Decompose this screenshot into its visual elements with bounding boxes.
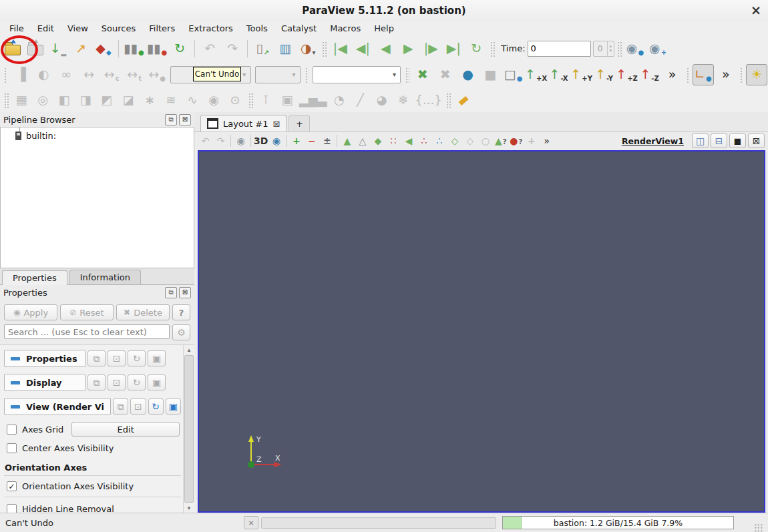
select-cells-on-button[interactable]: ▲	[339, 133, 355, 149]
maximize-view-button[interactable]: ◼	[729, 134, 746, 148]
undo-button[interactable]: ↶	[199, 38, 220, 59]
layout-tab[interactable]: Layout #1 ⊠	[200, 115, 286, 131]
close-view-button[interactable]: ⊠	[748, 134, 765, 148]
pipeline-float-button[interactable]: ⧉	[165, 114, 177, 125]
plot-over-line-button[interactable]: ╱	[351, 90, 371, 110]
search-input[interactable]	[4, 324, 170, 339]
rescale-visible-range-button[interactable]: ↔●	[146, 64, 168, 85]
set-view-plus-z-button[interactable]: ↑+Z	[616, 64, 638, 85]
next-frame-button[interactable]: |▶	[420, 38, 441, 59]
toggle-selection-button[interactable]: ±	[319, 133, 335, 149]
plot-selection-over-time-button[interactable]: ◕	[372, 90, 392, 110]
histogram-button[interactable]: ▂▅▃	[299, 90, 328, 110]
time-value-input[interactable]	[528, 41, 591, 57]
reset-session-button[interactable]: ↻	[169, 38, 190, 59]
reload-section-button[interactable]: ↻	[128, 350, 146, 366]
zoom-closest-to-data-button[interactable]: ■	[480, 64, 502, 85]
glyph-filter-button[interactable]: ∗	[140, 90, 160, 110]
menu-file[interactable]: File	[3, 23, 31, 34]
reset-camera-button[interactable]: ✖	[412, 64, 433, 85]
paste-section-button[interactable]: ⊡	[108, 350, 126, 366]
disconnect-server-button[interactable]: ▮▮●	[146, 38, 168, 59]
interactive-select-points-button[interactable]: ∴	[416, 133, 431, 149]
load-state-button[interactable]: ▯↗	[252, 38, 273, 59]
axes-grid-edit-button[interactable]: Edit	[71, 422, 180, 437]
section-header-button[interactable]: Display	[4, 374, 85, 391]
orientation-axes-toggle-button[interactable]: ∟●	[693, 64, 714, 85]
loop-button[interactable]: ↻	[465, 38, 487, 59]
render-toolbar-extension-button[interactable]: »	[539, 133, 554, 149]
reset-camera-closest-button[interactable]: ●	[457, 64, 479, 85]
save-section-button[interactable]: ▣	[148, 374, 166, 390]
hover-points-button[interactable]: ∴	[431, 133, 447, 149]
menu-catalyst[interactable]: Catalyst	[274, 23, 323, 34]
orientation-axes-checkbox[interactable]: ✓	[7, 481, 17, 491]
edit-color-map-button[interactable]: ▥	[274, 38, 296, 59]
set-view-plus-y-button[interactable]: ↑+Y	[571, 64, 592, 85]
python-annotation-button[interactable]: {...}	[415, 90, 443, 110]
menu-view[interactable]: View	[61, 23, 95, 34]
camera-add-button[interactable]: ◉+	[647, 38, 668, 59]
group-datasets-filter-button[interactable]: ◉	[204, 90, 224, 110]
camera-toolbar-extension-button[interactable]: »	[662, 64, 683, 85]
render-viewport[interactable]: Y X Z	[198, 150, 765, 513]
query-cells-button[interactable]: ▲?	[493, 133, 508, 149]
search-options-button[interactable]: ⚙	[172, 324, 190, 340]
menu-help[interactable]: Help	[367, 23, 401, 34]
ruler-measure-button[interactable]: ▬	[453, 90, 473, 110]
zoom-to-box-render-button[interactable]: ◉	[268, 133, 284, 149]
menu-tools[interactable]: Tools	[240, 23, 274, 34]
color-palette-dart-button[interactable]: ◆◆	[93, 38, 114, 59]
hover-cells-button[interactable]: ◇	[447, 133, 462, 149]
layout-tab-close-button[interactable]: ⊠	[273, 119, 280, 129]
scroll-up-icon[interactable]: ▴	[188, 346, 191, 354]
open-button[interactable]	[2, 38, 23, 59]
extract-level-filter-button[interactable]: ⊙	[225, 90, 245, 110]
rescale-custom-range-button[interactable]: ↔c	[101, 64, 122, 85]
set-view-minus-x-button[interactable]: ↑-X	[548, 64, 570, 85]
split-vertical-button[interactable]: ⊟	[711, 134, 727, 148]
menu-edit[interactable]: Edit	[31, 23, 61, 34]
probe-location-button[interactable]: ⊺	[256, 90, 276, 110]
copy-section-button[interactable]: ⧉	[113, 398, 128, 415]
split-horizontal-button[interactable]: ◫	[692, 134, 709, 148]
set-view-minus-z-button[interactable]: ↑-Z	[639, 64, 660, 85]
previous-frame-button[interactable]: ◀|	[352, 38, 373, 59]
save-section-button[interactable]: ▣	[166, 398, 181, 415]
extract-selection-button[interactable]: ▣	[277, 90, 297, 110]
menu-extractors[interactable]: Extractors	[182, 23, 240, 34]
contour-filter-button[interactable]: ◎	[33, 90, 53, 110]
rescale-temporal-range-button[interactable]: ↔t	[124, 64, 145, 85]
time-index-spinbox[interactable]: 0▴▾	[593, 41, 615, 57]
resize-grip[interactable]	[754, 523, 763, 532]
first-frame-button[interactable]: |◀	[329, 38, 351, 59]
choose-palette-button[interactable]: ◑▾	[297, 38, 319, 59]
play-backward-button[interactable]: ◀	[375, 38, 396, 59]
add-layout-tab-button[interactable]: +	[289, 115, 310, 131]
toggle-color-legend-button[interactable]: ▐	[10, 64, 31, 85]
stream-tracer-filter-button[interactable]: ≋	[161, 90, 181, 110]
rescale-to-data-range-button[interactable]: ↔	[78, 64, 100, 85]
paste-section-button[interactable]: ⊡	[130, 398, 146, 415]
reset-button[interactable]: ⊘ Reset	[60, 304, 114, 320]
apply-button[interactable]: ◉ Apply	[4, 304, 57, 320]
hidden-line-checkbox[interactable]	[7, 504, 17, 513]
camera-redo-button[interactable]: ↷	[213, 133, 228, 149]
save-data-button[interactable]	[25, 38, 46, 59]
properties-scrollbar[interactable]: ▴ ▾	[183, 345, 194, 513]
camera-zoom-button[interactable]: ◉●	[624, 38, 646, 59]
representation-combo[interactable]: ▾	[313, 66, 401, 83]
redo-button[interactable]: ↷	[222, 38, 243, 59]
select-block-button[interactable]: ◇	[462, 133, 477, 149]
warp-by-vector-filter-button[interactable]: ∿	[182, 90, 202, 110]
save-section-button[interactable]: ▣	[148, 350, 166, 366]
zoom-to-data-button[interactable]: ↗	[70, 38, 91, 59]
edit-color-legend-button[interactable]: ◐	[33, 64, 54, 85]
section-header-button[interactable]: View (Render Vi	[4, 398, 111, 415]
add-selection-button[interactable]: +	[289, 133, 304, 149]
separate-color-map-button[interactable]: ∞	[55, 64, 77, 85]
auto-apply-button[interactable]: ↓▂	[47, 38, 69, 59]
set-view-minus-y-button[interactable]: ↑-Y	[594, 64, 615, 85]
play-button[interactable]: ▶	[397, 38, 419, 59]
tab-information[interactable]: Information	[69, 270, 141, 284]
